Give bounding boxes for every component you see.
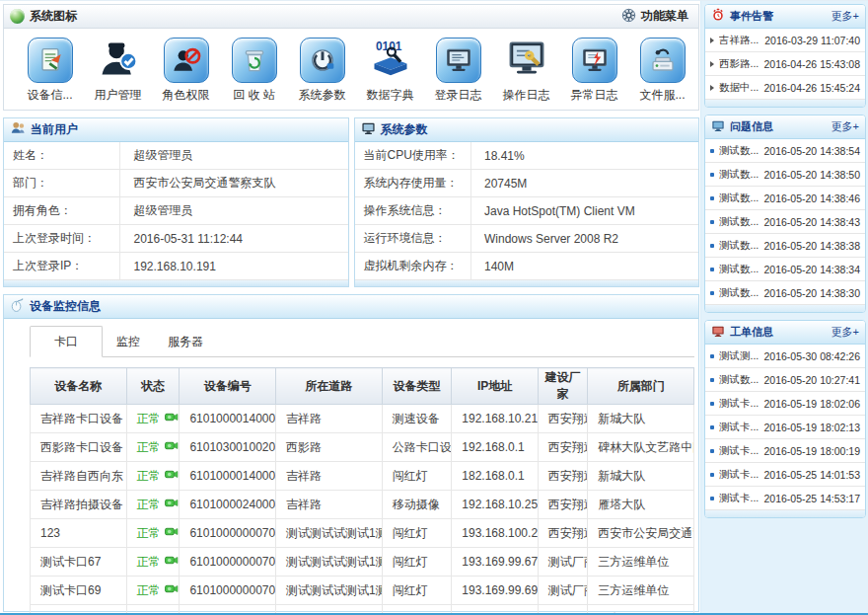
table-row[interactable]: 吉祥路拍摄设备正常61010000240005吉祥路移动摄像192.168.10…	[31, 491, 694, 519]
status-ok-label: 正常	[137, 468, 161, 485]
system-params-header: 系统参数	[355, 118, 699, 142]
error-log-icon	[572, 38, 617, 83]
status-badge: 正常	[137, 439, 179, 456]
column-header: 设备编号	[180, 368, 276, 405]
app-operation-log[interactable]: 操作日志	[492, 37, 560, 104]
sidebar-panel-header: 事件告警更多+	[705, 5, 865, 29]
bullet-icon	[710, 268, 714, 271]
sidebar-panel-footer	[705, 305, 865, 312]
status-badge: 正常	[137, 582, 179, 599]
list-item[interactable]: 测试数...2016-05-20 14:38:54	[705, 139, 865, 163]
function-menu-label: 功能菜单	[641, 8, 688, 25]
sidebar-panel-工单信息: 工单信息更多+测试测...2016-05-30 08:42:26测试数...20…	[704, 320, 866, 518]
table-row[interactable]: 测试卡口67正常61010000000701测试测试试测试1测闯红灯193.16…	[31, 548, 694, 577]
role-permission-icon	[164, 38, 209, 83]
bullet-icon	[710, 402, 714, 406]
item-text: 测试卡...	[719, 421, 764, 434]
table-row[interactable]: 测试卡口69正常61010000000701测试测试试测试1测闯红灯193.16…	[31, 577, 694, 605]
list-item[interactable]: 测试测...2016-05-30 08:42:26	[705, 345, 865, 368]
app-user-manage[interactable]: 用户管理	[84, 37, 152, 104]
vendor-cell: 西安翔迅	[538, 433, 587, 462]
user-field-label: 拥有角色：	[4, 197, 120, 224]
table-row[interactable]: 123正常61010000000701测试测试试测试1测闯红灯193.168.1…	[31, 519, 694, 548]
app-login-log[interactable]: 登录日志	[424, 37, 492, 104]
monitor-dark-icon	[361, 121, 376, 139]
app-label: 系统参数	[299, 87, 346, 104]
app-data-dict[interactable]: 0101数据字典	[356, 37, 424, 104]
list-item[interactable]: 测试数...2016-05-20 14:38:30	[705, 281, 865, 305]
status-ok-label: 正常	[137, 411, 161, 427]
list-item[interactable]: 测试数...2016-05-20 14:38:34	[705, 258, 865, 281]
bullet-icon	[710, 61, 714, 67]
status-badge: 正常	[137, 497, 179, 513]
user-field-row: 上次登录时间：2016-05-31 11:12:44	[4, 225, 348, 253]
list-item[interactable]: 测试卡...2016-05-19 18:02:06	[705, 392, 865, 416]
item-text: 测试卡...	[719, 468, 764, 482]
table-row[interactable]: 吉祥路自西向东正常61010000140001吉祥路闯红灯182.168.0.1…	[31, 462, 694, 491]
app-file-server[interactable]: 文件服...	[628, 37, 696, 104]
function-menu-button[interactable]: 功能菜单	[621, 8, 692, 26]
tab-监控[interactable]: 监控	[103, 327, 154, 356]
app-error-log[interactable]: 异常日志	[560, 37, 628, 104]
user-field-value: 西安市公安局交通警察支队	[120, 170, 347, 196]
list-item[interactable]: 测试卡...2016-05-25 14:53:17	[705, 487, 865, 510]
vendor-cell: 西安翔迅	[538, 491, 587, 519]
tab-卡口[interactable]: 卡口	[30, 326, 103, 357]
list-item[interactable]: 数据中...2016-04-26 15:45:24	[705, 76, 865, 100]
user-field-label: 上次登录IP：	[4, 253, 120, 279]
list-item[interactable]: 测试卡...2016-05-19 18:02:13	[705, 416, 865, 439]
more-link[interactable]: 更多+	[832, 325, 859, 340]
list-item[interactable]: 西影路...2016-04-26 15:43:08	[705, 52, 865, 76]
table-row[interactable]: 测试卡口68正常61010000000701测试测试试测试1测闯红灯193.16…	[31, 605, 694, 615]
app-recycle-bin[interactable]: 回 收 站	[220, 37, 288, 104]
road-cell: 测试测试试测试1测	[275, 548, 382, 577]
bullet-icon	[710, 497, 714, 500]
table-row[interactable]: 西影路卡口设备正常61010300100202西影路公路卡口设备192.168.…	[31, 433, 694, 462]
tab-服务器[interactable]: 服务器	[154, 327, 217, 356]
user-field-row: 部门：西安市公安局交通警察支队	[4, 170, 348, 197]
user-field-row: 姓名：超级管理员	[4, 142, 348, 170]
app-role-permission[interactable]: 角色权限	[152, 37, 220, 104]
more-link[interactable]: 更多+	[832, 9, 859, 24]
status-ok-label: 正常	[137, 439, 161, 456]
current-user-panel: 当前用户 姓名：超级管理员部门：西安市公安局交通警察支队拥有角色：超级管理员上次…	[3, 117, 349, 287]
dept-cell: 新城大队	[588, 462, 694, 491]
list-item[interactable]: 测试数...2016-05-20 10:27:41	[705, 368, 865, 392]
param-field-row: 操作系统信息：Java HotSpot(TM) Client VM	[355, 197, 699, 225]
list-item[interactable]: 测试数...2016-05-20 14:38:43	[705, 210, 865, 234]
status-ok-label: 正常	[137, 554, 161, 571]
param-field-label: 运行环境信息：	[355, 225, 471, 252]
app-icon-box	[95, 37, 142, 84]
road-cell: 吉祥路	[275, 405, 382, 433]
app-device-info[interactable]: 设备信...	[16, 37, 84, 104]
item-text: 吉祥路...	[719, 34, 764, 47]
gear-icon	[621, 8, 636, 26]
vendor-cell: 测试厂商	[538, 548, 587, 577]
dept-cell: 雁塔大队	[588, 491, 694, 519]
status-cell: 正常	[126, 605, 180, 615]
list-item[interactable]: 吉祥路...2016-03-29 11:07:40	[705, 29, 865, 52]
item-text: 测试卡...	[719, 444, 764, 458]
device-code-cell: 61010000000701	[180, 605, 276, 615]
item-timestamp: 2016-04-26 15:43:08	[764, 58, 861, 70]
param-field-label: 当前CPU使用率：	[355, 142, 471, 169]
monitor-blue-icon	[711, 118, 725, 136]
app-system-params[interactable]: 系统参数	[288, 37, 356, 104]
list-item[interactable]: 测试数...2016-05-20 14:38:38	[705, 234, 865, 258]
list-item[interactable]: 测试卡...2016-05-19 18:00:19	[705, 439, 865, 463]
more-link[interactable]: 更多+	[832, 119, 859, 134]
table-row[interactable]: 吉祥路卡口设备正常61010000140003吉祥路测速设备192.168.10…	[31, 405, 694, 433]
status-ok-label: 正常	[137, 582, 161, 599]
road-cell: 吉祥路	[275, 462, 382, 491]
bullet-icon	[710, 149, 714, 153]
status-cell: 正常	[126, 462, 180, 491]
list-item[interactable]: 测试卡...2016-05-25 14:01:53	[705, 463, 865, 487]
list-item[interactable]: 测试数...2016-05-20 14:38:50	[705, 163, 865, 187]
list-item[interactable]: 测试数...2016-05-20 14:38:46	[705, 187, 865, 210]
user-field-label: 部门：	[4, 170, 120, 196]
status-cell: 正常	[126, 491, 180, 519]
bullet-icon	[710, 85, 714, 91]
column-header: 设备名称	[31, 368, 127, 405]
sidebar-panel-事件告警: 事件告警更多+吉祥路...2016-03-29 11:07:40西影路...20…	[704, 4, 866, 108]
item-timestamp: 2016-05-19 18:02:06	[764, 398, 861, 410]
